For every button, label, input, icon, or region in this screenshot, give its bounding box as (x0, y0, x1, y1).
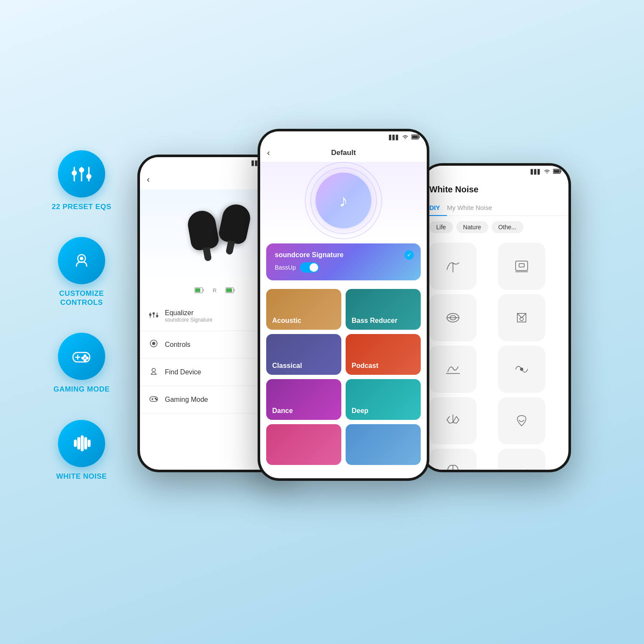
cat-nature[interactable]: Nature (456, 221, 488, 233)
feature-white-noise: WHITE NOISE (56, 420, 107, 481)
preset-check-icon: ✓ (404, 250, 414, 260)
cat-life[interactable]: Life (429, 221, 453, 233)
eq-bass-reducer-label: Bass Reducer (352, 317, 398, 325)
svg-rect-47 (561, 170, 562, 173)
eq-card-acoustic[interactable]: Acoustic (266, 289, 341, 330)
menu-controls-text: Controls (165, 341, 273, 349)
svg-point-37 (152, 368, 155, 372)
preset-card[interactable]: ✓ soundcore Signature BassUp (266, 243, 421, 280)
right-phone-content: ▋▋▋ (423, 166, 568, 470)
svg-rect-28 (226, 289, 232, 292)
sound-icon-6[interactable] (498, 346, 545, 393)
svg-point-7 (80, 257, 83, 260)
preset-name: soundcore Signature (275, 251, 412, 259)
svg-point-42 (156, 399, 157, 400)
menu-equalizer-text: Equalizer soundcore Signature (165, 309, 273, 323)
eq-classical-label: Classical (272, 362, 302, 370)
eq-card-bass-reducer[interactable]: Bass Reducer (346, 289, 421, 330)
customize-circle (58, 237, 105, 284)
center-signal: ▋▋▋ (389, 135, 399, 140)
eq-card-podcast[interactable]: Podcast (346, 334, 421, 375)
white-noise-circle (58, 420, 105, 467)
svg-point-14 (84, 359, 86, 361)
music-visualizer: ♪ (260, 162, 427, 239)
sound-icon-5[interactable] (429, 346, 477, 393)
find-device-menu-icon (149, 366, 159, 378)
svg-point-13 (82, 357, 84, 359)
features-panel: 22 PRESET EQS CUSTOMIZECONTROLS GAMING M (34, 150, 129, 481)
sound-icon-4[interactable] (498, 294, 545, 341)
svg-rect-24 (203, 289, 204, 292)
phone-right: ▋▋▋ (421, 163, 571, 472)
right-tabs: DIY My White Noise (423, 200, 568, 216)
earbuds-image (176, 198, 253, 275)
right-battery (553, 169, 562, 175)
sound-icon-9[interactable] (429, 449, 477, 470)
svg-rect-17 (81, 436, 83, 451)
eq-acoustic-label: Acoustic (272, 317, 301, 325)
svg-point-36 (152, 342, 155, 345)
center-battery (411, 134, 420, 140)
phone-right-inner: ▋▋▋ (423, 166, 568, 470)
music-note-icon: ♪ (339, 191, 348, 210)
white-noise-label: WHITE NOISE (56, 472, 107, 481)
equalizer-icon (70, 162, 94, 186)
svg-point-12 (86, 357, 88, 359)
back-button-left[interactable]: ‹ (147, 174, 150, 184)
sound-icon-3[interactable] (429, 294, 477, 341)
battery-left (194, 287, 204, 295)
svg-rect-44 (419, 136, 420, 138)
eq-card-deep[interactable]: Deep (346, 379, 421, 420)
eq-podcast-label: Podcast (352, 362, 378, 370)
bassup-toggle[interactable] (300, 262, 319, 273)
sound-icon-10[interactable] (498, 449, 545, 470)
sound-icon-7[interactable] (429, 397, 477, 444)
svg-rect-19 (88, 440, 90, 447)
eq-card-partial1[interactable] (266, 424, 341, 465)
toggle-knob (310, 263, 318, 272)
sound-icon-2[interactable] (498, 243, 545, 290)
feature-preset-eqs: 22 PRESET EQS (52, 150, 112, 211)
eq-card-classical[interactable]: Classical (266, 334, 341, 375)
back-button-center[interactable]: ‹ (267, 148, 270, 158)
equalizer-menu-icon (149, 310, 159, 322)
feature-gaming: GAMING MODE (53, 333, 109, 394)
svg-point-5 (87, 174, 91, 179)
cat-other[interactable]: Othe... (492, 221, 523, 233)
sound-icons-grid (423, 238, 568, 470)
gaming-circle (58, 333, 105, 380)
phones-container: ▋▋▋ (129, 120, 601, 592)
svg-rect-27 (234, 289, 234, 292)
customize-label: CUSTOMIZECONTROLS (59, 289, 104, 307)
right-wifi (544, 169, 550, 175)
svg-point-41 (155, 398, 156, 399)
menu-gaming-text: Gaming Mode (165, 396, 269, 404)
svg-rect-18 (85, 437, 87, 449)
center-status-bar: ▋▋▋ (260, 131, 427, 143)
svg-rect-48 (554, 170, 560, 173)
eq-card-partial2[interactable] (346, 424, 421, 465)
svg-point-34 (156, 315, 158, 317)
sound-icon-1[interactable] (429, 243, 477, 290)
eq-card-dance[interactable]: Dance (266, 379, 341, 420)
eq-deep-label: Deep (352, 407, 368, 415)
tab-my-white-noise[interactable]: My White Noise (447, 200, 499, 216)
right-header-bar: White Noise (423, 178, 568, 200)
gamepad-icon (70, 345, 93, 368)
sound-wave-icon (70, 431, 94, 455)
preset-toggle-label: BassUp (275, 264, 296, 271)
battery-percent-left: R (213, 287, 216, 295)
svg-rect-16 (78, 437, 80, 449)
svg-rect-52 (519, 264, 524, 267)
center-phone-content: ▋▋▋ (260, 131, 427, 478)
feature-customize: CUSTOMIZECONTROLS (58, 237, 105, 307)
svg-rect-15 (74, 440, 76, 447)
phone-center-inner: ▋▋▋ (260, 131, 427, 478)
tab-diy[interactable]: DIY (429, 200, 447, 216)
sound-icon-8[interactable] (498, 397, 545, 444)
menu-eq-sub: soundcore Signature (165, 317, 273, 323)
center-screen-title: Default (331, 149, 356, 157)
controls-menu-icon (149, 339, 159, 350)
visualizer-circle: ♪ (316, 173, 371, 228)
right-signal: ▋▋▋ (531, 169, 541, 175)
